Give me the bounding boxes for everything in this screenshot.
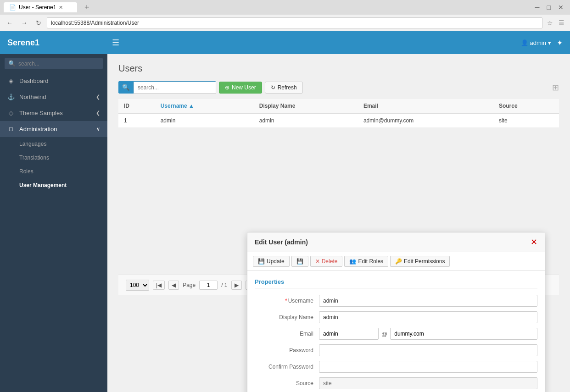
content-area: Users 🔍 ⊕ New User ↻ Refresh — [107, 54, 570, 392]
translations-label: Translations — [19, 155, 49, 161]
refresh-button[interactable]: ↻ Refresh — [265, 82, 303, 94]
first-page-button[interactable]: |◀ — [153, 281, 165, 290]
browser-tab[interactable]: 📄 User - Serene1 ✕ — [4, 2, 77, 12]
new-user-button[interactable]: ⊕ New User — [219, 82, 262, 94]
username-row: Username — [255, 295, 537, 307]
new-tab-button[interactable]: + — [81, 3, 93, 12]
update-label: Update — [267, 258, 285, 265]
forward-button[interactable]: → — [18, 18, 30, 28]
table-header-row: ID Username ▲ Display Name Email Source — [118, 99, 559, 113]
floppy-icon: 💾 — [296, 258, 303, 265]
sidebar-item-languages[interactable]: Languages — [0, 137, 107, 151]
display-name-label: Display Name — [255, 314, 319, 320]
modal-close-button[interactable]: ✕ — [531, 237, 537, 247]
cell-username: admin — [155, 113, 254, 128]
col-display-name[interactable]: Display Name — [254, 99, 358, 113]
col-source[interactable]: Source — [493, 99, 559, 113]
at-symbol: @ — [381, 331, 387, 337]
theme-icon: ◇ — [7, 110, 15, 116]
col-email[interactable]: Email — [358, 99, 493, 113]
email-row: Email @ — [255, 328, 537, 340]
page-icon: 📄 — [9, 4, 16, 11]
sidebar-item-translations[interactable]: Translations — [0, 151, 107, 165]
toolbar-search-input[interactable] — [134, 82, 216, 94]
chevron-icon: ∨ — [96, 126, 100, 132]
confirm-password-label: Confirm Password — [255, 364, 319, 370]
delete-label: Delete — [322, 258, 338, 265]
display-name-row: Display Name — [255, 311, 537, 323]
email-domain-input[interactable] — [390, 328, 537, 340]
minimize-button[interactable]: ─ — [532, 3, 542, 12]
email-label: Email — [255, 331, 319, 337]
sidebar-item-roles[interactable]: Roles — [0, 165, 107, 178]
sidebar-item-dashboard[interactable]: ◈ Dashboard — [0, 73, 107, 89]
password-input[interactable] — [319, 344, 537, 356]
total-pages: / 1 — [221, 282, 227, 288]
plus-icon: ⊕ — [225, 84, 229, 91]
save-icon-button[interactable]: 💾 — [291, 256, 308, 267]
sidebar-item-administration[interactable]: □ Administration ∨ — [0, 121, 107, 137]
user-management-label: User Management — [19, 182, 67, 188]
password-label: Password — [255, 347, 319, 353]
column-picker-icon[interactable]: ⊞ — [552, 83, 559, 92]
users-table: ID Username ▲ Display Name Email Source … — [118, 99, 559, 128]
header-right: 👤 admin ▾ ✦ — [521, 39, 563, 47]
address-bar[interactable] — [47, 17, 542, 28]
cell-source: site — [493, 113, 559, 128]
confirm-password-input[interactable] — [319, 361, 537, 373]
refresh-label: Refresh — [278, 84, 297, 91]
sidebar-search-icon: 🔍 — [8, 60, 16, 67]
sidebar: 🔍 ◈ Dashboard ⚓ Northwind ❮ ◇ Theme Samp… — [0, 54, 107, 392]
col-username[interactable]: Username ▲ — [155, 99, 254, 113]
sidebar-item-theme-samples[interactable]: ◇ Theme Samples ❮ — [0, 105, 107, 121]
sidebar-search-input[interactable] — [18, 61, 99, 67]
update-button[interactable]: 💾 Update — [253, 256, 290, 267]
roles-icon: 👥 — [349, 258, 356, 265]
edit-roles-button[interactable]: 👥 Edit Roles — [344, 256, 388, 267]
hamburger-button[interactable]: ☰ — [108, 36, 123, 50]
prev-page-button[interactable]: ◀ — [168, 281, 179, 290]
source-input — [319, 377, 537, 389]
browser-nav: ← → ↻ ☆ ☰ — [0, 15, 570, 31]
content-inner: Users 🔍 ⊕ New User ↻ Refresh — [107, 54, 570, 392]
menu-icon[interactable]: ☰ — [557, 18, 566, 28]
roles-label: Roles — [19, 168, 34, 175]
admin-label: admin — [530, 39, 546, 46]
page-size-select[interactable]: 100 50 25 — [126, 280, 149, 291]
username-input[interactable] — [319, 295, 537, 307]
tab-title: User - Serene1 — [19, 4, 56, 11]
email-local-input[interactable] — [319, 328, 379, 340]
share-icon[interactable]: ✦ — [557, 39, 563, 47]
cell-email: admin@dummy.com — [358, 113, 493, 128]
search-button[interactable]: 🔍 — [118, 81, 134, 94]
col-id[interactable]: ID — [118, 99, 155, 113]
source-label: Source — [255, 380, 319, 386]
sidebar-item-northwind[interactable]: ⚓ Northwind ❮ — [0, 89, 107, 105]
email-wrap: @ — [319, 328, 537, 340]
reload-button[interactable]: ↻ — [33, 18, 44, 28]
dashboard-icon: ◈ — [7, 77, 15, 84]
sidebar-item-user-management[interactable]: User Management — [0, 178, 107, 192]
page-input[interactable] — [199, 281, 218, 290]
tab-close-button[interactable]: ✕ — [59, 5, 63, 11]
bookmark-icon[interactable]: ☆ — [545, 18, 555, 28]
admin-icon: □ — [7, 126, 15, 133]
edit-permissions-button[interactable]: 🔑 Edit Permissions — [390, 256, 450, 267]
table-row[interactable]: 1 admin admin admin@dummy.com site — [118, 113, 559, 128]
username-label: Username — [255, 298, 319, 304]
sidebar-search-wrap[interactable]: 🔍 — [5, 58, 103, 69]
back-button[interactable]: ← — [4, 18, 16, 28]
admin-menu-button[interactable]: 👤 admin ▾ — [521, 39, 551, 46]
browser-chrome: 📄 User - Serene1 ✕ + ─ □ ✕ ← → ↻ ☆ ☰ — [0, 0, 570, 31]
close-button[interactable]: ✕ — [555, 3, 566, 12]
maximize-button[interactable]: □ — [544, 3, 553, 12]
next-page-button[interactable]: ▶ — [231, 281, 242, 290]
admin-chevron-icon: ▾ — [548, 39, 551, 46]
browser-titlebar: 📄 User - Serene1 ✕ + ─ □ ✕ — [0, 0, 570, 15]
display-name-input[interactable] — [319, 311, 537, 323]
app-logo: Serene1 — [7, 38, 108, 48]
sidebar-item-label: Administration — [19, 126, 57, 133]
delete-button[interactable]: ✕ Delete — [310, 256, 343, 267]
delete-icon: ✕ — [315, 258, 320, 265]
modal-content: Properties Username Display Name Email — [247, 271, 545, 392]
